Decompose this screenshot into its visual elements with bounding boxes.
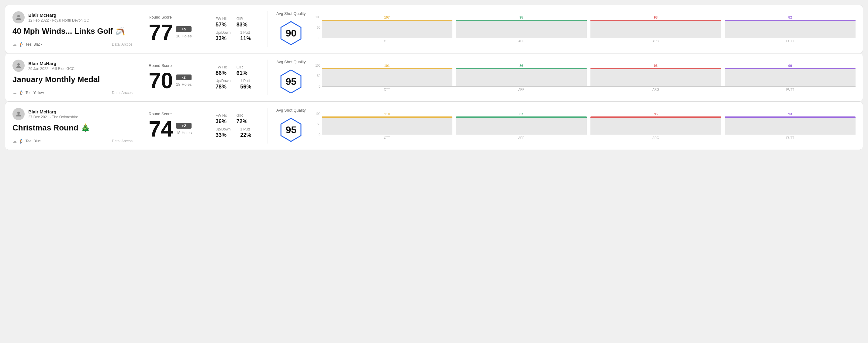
score-main: 74 +2 18 Holes	[149, 118, 198, 140]
person-icon	[15, 14, 22, 21]
avatar	[12, 108, 25, 120]
data-source: Data: Arccos	[112, 91, 132, 95]
stats-section: FW Hit 86% GIR 61% Up/Down 78%	[207, 60, 268, 95]
gir-value: 83%	[237, 22, 247, 28]
gir-label: GIR	[237, 17, 247, 21]
updown-label: Up/Down	[216, 30, 230, 35]
score-section: Round Score 70 -2 18 Holes	[140, 60, 207, 95]
tee-label: Tee: Black	[26, 42, 42, 46]
stat-updown: Up/Down 33%	[216, 30, 230, 42]
bar-group-ott: 107	[322, 15, 453, 38]
quality-label: Avg Shot Quality	[276, 11, 306, 16]
bag-icon: 🏌	[19, 90, 24, 95]
card-left-section: Blair McHarg 27 Dec 2021 · The Oxfordshi…	[12, 108, 140, 144]
quality-left: Avg Shot Quality 95	[276, 108, 306, 144]
stat-gir: GIR 72%	[237, 114, 247, 125]
data-source: Data: Arccos	[112, 42, 132, 46]
stats-row-top: FW Hit 86% GIR 61%	[216, 65, 259, 76]
tee-label: Tee: Yellow	[26, 91, 44, 95]
oneputt-label: 1 Putt	[240, 79, 251, 83]
user-meta: 27 Dec 2021 · The Oxfordshire	[28, 115, 78, 119]
score-section: Round Score 77 +5 18 Holes	[140, 11, 207, 47]
card-footer: ☁ 🏌 Tee: Black Data: Arccos	[12, 42, 132, 47]
round-title: Christmas Round 🎄	[12, 123, 132, 132]
round-card: Blair McHarg 29 Jan 2022 · Mill Ride GCC…	[5, 53, 863, 101]
score-label: Round Score	[149, 112, 198, 116]
card-left-section: Blair McHarg 29 Jan 2022 · Mill Ride GCC…	[12, 60, 140, 95]
score-badge: +5	[176, 26, 191, 32]
tee-info: ☁ 🏌 Tee: Blue	[12, 139, 41, 144]
bar-chart: 100 50 0 107 95	[313, 15, 856, 43]
bar-chart: 100 50 0 101 86	[313, 64, 856, 91]
person-icon	[15, 62, 22, 69]
stats-row-bottom: Up/Down 33% 1 Putt 22%	[216, 127, 259, 138]
bar-group-app: 95	[456, 15, 587, 38]
tee-info: ☁ 🏌 Tee: Yellow	[12, 90, 44, 95]
stat-fw-hit: FW Hit 36%	[216, 114, 227, 125]
avatar	[12, 11, 25, 23]
stat-oneputt: 1 Putt 56%	[240, 79, 251, 90]
score-badge-col: -2 18 Holes	[176, 74, 191, 87]
oneputt-label: 1 Putt	[240, 30, 251, 35]
score-holes: 18 Holes	[176, 130, 191, 135]
score-holes: 18 Holes	[176, 34, 191, 38]
score-label: Round Score	[149, 63, 198, 68]
stat-oneputt: 1 Putt 22%	[240, 127, 251, 138]
quality-score: 90	[286, 28, 297, 39]
user-name: Blair McHarg	[28, 109, 78, 114]
updown-value: 78%	[216, 84, 230, 90]
bar-group-putt: 82	[725, 15, 856, 38]
oneputt-value: 56%	[240, 84, 251, 90]
card-footer: ☁ 🏌 Tee: Yellow Data: Arccos	[12, 90, 132, 95]
bag-icon: 🏌	[19, 42, 24, 47]
gir-value: 61%	[237, 70, 247, 76]
fw-hit-label: FW Hit	[216, 17, 227, 21]
avatar	[12, 60, 25, 72]
round-card: Blair McHarg 12 Feb 2022 · Royal North D…	[5, 5, 863, 53]
stat-gir: GIR 61%	[237, 65, 247, 76]
score-main: 70 -2 18 Holes	[149, 70, 198, 92]
stat-oneputt: 1 Putt 11%	[240, 30, 251, 42]
round-title: 40 Mph Winds... Links Golf 🪃	[12, 27, 132, 36]
svg-point-4	[17, 112, 20, 114]
stats-section: FW Hit 57% GIR 83% Up/Down 33%	[207, 11, 268, 47]
round-title: January Monthly Medal	[12, 75, 132, 84]
tee-label: Tee: Blue	[26, 139, 41, 143]
bar-group-ott: 110	[322, 112, 453, 135]
quality-left: Avg Shot Quality 90	[276, 11, 306, 47]
fw-hit-label: FW Hit	[216, 114, 227, 118]
stat-updown: Up/Down 33%	[216, 127, 230, 138]
tee-info: ☁ 🏌 Tee: Black	[12, 42, 42, 47]
user-name: Blair McHarg	[28, 61, 74, 66]
score-number: 70	[149, 70, 173, 92]
stats-row-top: FW Hit 36% GIR 72%	[216, 114, 259, 125]
quality-section: Avg Shot Quality 90 100 50 0	[268, 11, 856, 47]
stats-section: FW Hit 36% GIR 72% Up/Down 33%	[207, 108, 268, 144]
score-badge: +2	[176, 123, 191, 129]
gir-value: 72%	[237, 118, 247, 125]
user-info: Blair McHarg 27 Dec 2021 · The Oxfordshi…	[28, 109, 78, 119]
quality-score: 95	[286, 124, 297, 136]
stats-row-bottom: Up/Down 33% 1 Putt 11%	[216, 30, 259, 42]
quality-label: Avg Shot Quality	[276, 60, 306, 64]
stat-gir: GIR 83%	[237, 17, 247, 28]
stat-fw-hit: FW Hit 57%	[216, 17, 227, 28]
quality-section: Avg Shot Quality 95 100 50 0	[268, 108, 856, 144]
svg-point-2	[17, 63, 20, 66]
user-info: Blair McHarg 29 Jan 2022 · Mill Ride GCC	[28, 61, 74, 71]
quality-left: Avg Shot Quality 95	[276, 60, 306, 95]
score-badge-col: +2 18 Holes	[176, 123, 191, 135]
gir-label: GIR	[237, 65, 247, 69]
gir-label: GIR	[237, 114, 247, 118]
fw-hit-value: 57%	[216, 22, 227, 28]
hexagon-container: 95	[277, 68, 305, 95]
oneputt-label: 1 Putt	[240, 127, 251, 131]
updown-label: Up/Down	[216, 79, 230, 83]
data-source: Data: Arccos	[112, 139, 132, 143]
bar-group-arg: 95	[590, 112, 721, 135]
updown-value: 33%	[216, 35, 230, 42]
svg-point-0	[17, 15, 20, 17]
card-left-section: Blair McHarg 12 Feb 2022 · Royal North D…	[12, 11, 140, 47]
score-badge-col: +5 18 Holes	[176, 26, 191, 38]
updown-value: 33%	[216, 132, 230, 138]
